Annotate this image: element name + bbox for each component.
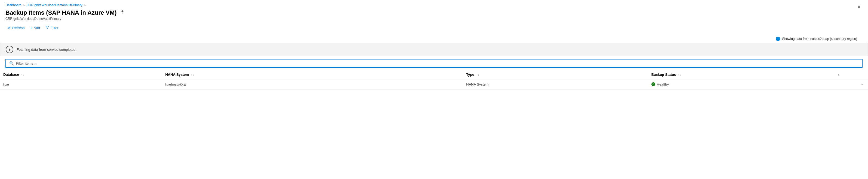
col-header-type[interactable]: Type ↑↓	[463, 70, 648, 79]
col-header-actions: ↑↓	[833, 70, 868, 79]
filter-button[interactable]: Filter	[43, 25, 61, 31]
filter-input[interactable]	[16, 61, 859, 66]
add-icon: +	[30, 26, 32, 30]
breadcrumb-sep-1: >	[23, 3, 25, 7]
table-row[interactable]: hxe hxehost\HXE HANA System Healthy ···	[0, 79, 868, 90]
sort-icon-type: ↑↓	[476, 73, 479, 76]
filter-input-wrapper: 🔍	[5, 59, 863, 68]
sort-icon-hana: ↑↓	[191, 73, 194, 76]
data-table: Database ↑↓ HANA System ↑↓ Type ↑↓ Backu…	[0, 70, 868, 90]
info-message: Fetching data from service completed.	[17, 47, 76, 51]
cell-backup-status: Healthy	[648, 79, 833, 90]
filter-label: Filter	[51, 26, 59, 30]
table-body: hxe hxehost\HXE HANA System Healthy ···	[0, 79, 868, 90]
refresh-label: Refresh	[12, 26, 25, 30]
sort-icon-status: ↑↓	[678, 73, 681, 76]
filter-row: 🔍	[0, 59, 868, 68]
cell-type: HANA System	[463, 79, 648, 90]
region-banner: 🌐 Showing data from eastus2euap (seconda…	[5, 35, 863, 43]
svg-rect-2	[121, 11, 124, 12]
globe-icon: 🌐	[776, 37, 780, 41]
page-title: Backup Items (SAP HANA in Azure VM)	[5, 9, 117, 16]
table-container: Database ↑↓ HANA System ↑↓ Type ↑↓ Backu…	[0, 70, 868, 90]
page-container: × Dashboard > CRRIgniteWorkloadDemoVault…	[0, 0, 868, 90]
refresh-button[interactable]: ↺ Refresh	[5, 25, 27, 31]
close-button[interactable]: ×	[855, 3, 863, 11]
svg-rect-1	[122, 12, 122, 14]
cell-actions[interactable]: ···	[833, 79, 868, 90]
table-header: Database ↑↓ HANA System ↑↓ Type ↑↓ Backu…	[0, 70, 868, 79]
refresh-icon: ↺	[8, 26, 11, 30]
add-button[interactable]: + Add	[28, 25, 42, 31]
add-label: Add	[34, 26, 40, 30]
info-banner: i Fetching data from service completed.	[0, 43, 868, 56]
breadcrumb-vault[interactable]: CRRIgniteWorkloadDemoVaultPrimary	[26, 3, 83, 7]
title-row: Backup Items (SAP HANA in Azure VM)	[5, 9, 863, 16]
filter-icon	[45, 26, 49, 30]
status-label: Healthy	[657, 82, 669, 86]
search-icon: 🔍	[9, 61, 14, 66]
status-healthy-icon	[651, 82, 655, 86]
col-header-status[interactable]: Backup Status ↑↓	[648, 70, 833, 79]
subtitle: CRRIgniteWorkloadDemoVaultPrimary	[5, 17, 863, 21]
region-text: Showing data from eastus2euap (secondary…	[782, 37, 858, 41]
col-header-hana[interactable]: HANA System ↑↓	[162, 70, 463, 79]
status-cell: Healthy	[651, 82, 830, 86]
breadcrumb-dashboard[interactable]: Dashboard	[5, 3, 22, 7]
breadcrumb-sep-2: >	[84, 3, 86, 7]
pin-icon[interactable]	[120, 10, 124, 15]
more-options-button[interactable]: ···	[858, 81, 865, 87]
breadcrumb: Dashboard > CRRIgniteWorkloadDemoVaultPr…	[5, 3, 863, 7]
col-header-database[interactable]: Database ↑↓	[0, 70, 162, 79]
toolbar: ↺ Refresh + Add Filter	[5, 25, 863, 31]
sort-icon-database: ↑↓	[21, 73, 24, 76]
cell-hana-system: hxehost\HXE	[162, 79, 463, 90]
cell-database: hxe	[0, 79, 162, 90]
info-icon: i	[6, 46, 13, 53]
sort-icon-actions: ↑↓	[838, 73, 840, 76]
